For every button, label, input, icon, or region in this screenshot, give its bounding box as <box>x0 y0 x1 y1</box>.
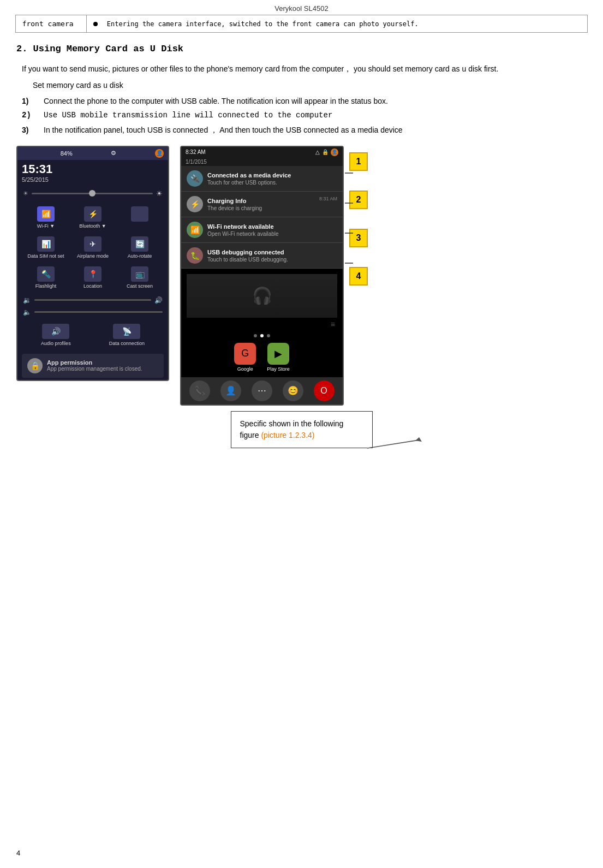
volume-row-2: 🔈 <box>17 306 168 318</box>
notification-1: 🔌 Connected as a media device Touch for … <box>181 166 343 192</box>
right-phone-area: 8:32 AM △ 🔒 👤 1/1/2015 🔌 Connected as a … <box>180 146 368 406</box>
notification-4-text: USB debugging connected Touch to disable… <box>207 248 288 262</box>
callout-lines-svg <box>345 162 378 391</box>
right-time: 8:32 AM <box>186 149 206 155</box>
dock-apps-icon: ⋯ <box>252 381 272 401</box>
page-title: Verykool SL4502 <box>0 0 603 15</box>
svg-line-4 <box>367 440 419 448</box>
notification-3-subtitle: Open Wi-Fi network available <box>207 231 279 237</box>
app-permission-subtitle: App permission management is closed. <box>47 366 142 372</box>
airplane-label: Airplane mode <box>77 253 109 259</box>
rotate-toggle-icon: 🔄 <box>131 236 148 252</box>
annotation-wrapper: Specific shown in the following figure (… <box>231 411 427 454</box>
google-app: G Google <box>234 343 256 372</box>
data-connection: 📡 Data connection <box>108 320 146 349</box>
notification-3-title: Wi-Fi network available <box>207 223 279 230</box>
annotation-area: Specific shown in the following figure (… <box>16 411 587 454</box>
notification-1-title: Connected as a media device <box>207 171 291 179</box>
table-label: front camera <box>15 15 86 33</box>
toggle-location: 📍 Location <box>70 263 116 292</box>
list-num-2: 2) <box>22 109 44 121</box>
table-content: Entering the camera interface, switched … <box>86 15 588 33</box>
dock-phone-icon: 📞 <box>189 381 210 401</box>
sub-intro-text: Set memory card as u disk <box>33 79 581 91</box>
volume-row: 🔉 🔊 <box>17 294 168 306</box>
left-phone: 84% ⚙ 👤 15:31 5/25/2015 ☀ ☀ 📶 Wi-Fi ▼ ⚡ … <box>16 146 169 381</box>
signal-icon: △ <box>315 149 320 155</box>
right-phone: 8:32 AM △ 🔒 👤 1/1/2015 🔌 Connected as a … <box>180 146 344 406</box>
app-permission-notification: 🔒 App permission App permission manageme… <box>22 354 164 378</box>
app-row: G Google ▶ Play Store <box>234 343 290 372</box>
table-content-text: Entering the camera interface, switched … <box>107 20 419 28</box>
bottom-toggles: 🔊 Audio profiles 📡 Data connection <box>17 318 168 352</box>
toggle-rotate: 🔄 Auto-rotate <box>117 233 163 262</box>
wallpaper: 🎧 <box>187 274 337 318</box>
notification-4: 🐛 USB debugging connected Touch to disab… <box>181 243 343 269</box>
avatar-icon-right: 👤 <box>331 148 338 156</box>
location-toggle-icon: 📍 <box>84 266 102 282</box>
volume-down-icon: 🔉 <box>23 296 31 304</box>
audio-profiles-label: Audio profiles <box>41 341 71 346</box>
volume-down-icon-2: 🔈 <box>23 308 31 316</box>
left-phone-date: 5/25/2015 <box>17 176 168 186</box>
location-label: Location <box>83 283 102 289</box>
toggle-data: 📊 Data SIM not set <box>23 233 69 262</box>
right-status-icons: △ 🔒 👤 <box>315 148 338 156</box>
dock-contacts-icon: 👤 <box>220 381 241 401</box>
volume-slider-2 <box>34 311 163 313</box>
section-heading: 2. Using Memory Card as U Disk <box>16 44 587 54</box>
dock-smiley-icon: 😊 <box>283 381 303 401</box>
list-item-1: 1) Connect the phone to the computer wit… <box>22 95 581 107</box>
notification-2-subtitle: The device is charging <box>207 205 315 211</box>
right-date: 1/1/2015 <box>181 158 343 166</box>
annotation-arrow-svg <box>367 437 427 454</box>
brightness-icon: ☀ <box>23 190 28 197</box>
annotation-picture-ref: (picture 1.2.3.4) <box>259 431 315 439</box>
brightness-slider <box>32 193 153 194</box>
list-num-3: 3) <box>22 124 44 136</box>
cast-label: Cast screen <box>127 283 153 289</box>
toggle-grid: 📶 Wi-Fi ▼ ⚡ Bluetooth ▼ 📊 Data SIM not s… <box>17 201 168 294</box>
avatar-icon: 👤 <box>155 149 164 158</box>
screenshots-area: 84% ⚙ 👤 15:31 5/25/2015 ☀ ☀ 📶 Wi-Fi ▼ ⚡ … <box>16 146 587 406</box>
notification-2-title: Charging Info <box>207 197 315 205</box>
google-icon: G <box>234 343 256 365</box>
list-num-1: 1) <box>22 95 44 107</box>
toggle-airplane: ✈ Airplane mode <box>70 233 116 262</box>
lock-icon: 🔒 <box>322 149 329 155</box>
notification-4-subtitle: Touch to disable USB debugging. <box>207 257 288 263</box>
notification-2-text: Charging Info The device is charging <box>207 197 315 211</box>
swipe-indicator: ≡ <box>329 318 337 331</box>
data-connection-icon: 📡 <box>113 324 140 339</box>
list-item-2: 2) Use USB mobile transmission line will… <box>22 109 581 121</box>
app-permission-text: App permission App permission management… <box>47 359 142 372</box>
rotate-label: Auto-rotate <box>128 253 152 259</box>
toggle-flashlight: 🔦 Flashlight <box>23 263 69 292</box>
annotation-arrow-wrapper <box>367 437 427 454</box>
dot-1 <box>254 334 257 337</box>
google-label: Google <box>237 366 253 372</box>
camera-table: front camera Entering the camera interfa… <box>15 15 588 33</box>
list-content-1: Connect the phone to the computer with U… <box>44 95 581 107</box>
dot-3 <box>267 334 270 337</box>
media-device-icon: 🔌 <box>187 170 203 187</box>
audio-profiles-icon: 🔊 <box>42 324 69 339</box>
phone-home-screen: 🎧 ≡ G Google ▶ <box>181 269 343 377</box>
bluetooth-toggle-icon: ⚡ <box>84 206 102 222</box>
flashlight-label: Flashlight <box>35 283 57 289</box>
right-phone-status-bar: 8:32 AM △ 🔒 👤 <box>181 147 343 158</box>
usb-debug-icon: 🐛 <box>187 247 203 264</box>
wallpaper-image: 🎧 <box>252 286 272 305</box>
charging-icon: ⚡ <box>187 196 203 212</box>
dock-bar: 📞 👤 ⋯ 😊 O <box>181 377 343 405</box>
wifi-label: Wi-Fi ▼ <box>37 223 55 229</box>
arrow-head <box>415 437 422 442</box>
list-item-3: 3) In the notification panel, touch USB … <box>22 124 581 136</box>
notification-4-title: USB debugging connected <box>207 248 288 256</box>
notification-2-time: 8:31 AM <box>319 196 337 201</box>
empty-toggle-icon <box>131 206 148 222</box>
toggle-cast: 📺 Cast screen <box>117 263 163 292</box>
left-phone-time: 15:31 <box>17 160 168 176</box>
bluetooth-label: Bluetooth ▼ <box>79 223 106 229</box>
toggle-bluetooth: ⚡ Bluetooth ▼ <box>70 203 116 232</box>
